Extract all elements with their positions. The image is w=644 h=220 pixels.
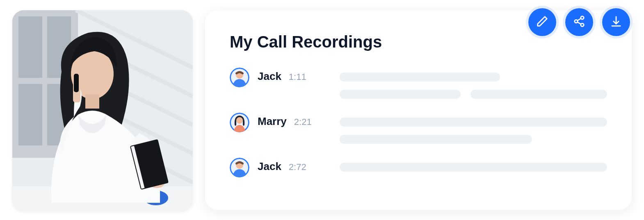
recording-transcript-placeholder (340, 113, 607, 144)
edit-button[interactable] (528, 8, 556, 36)
svg-point-27 (236, 117, 243, 124)
share-button[interactable] (565, 8, 593, 36)
recording-row[interactable]: Jack 2:72 (230, 158, 607, 177)
recording-time: 1:11 (289, 72, 306, 82)
recording-row[interactable]: Jack 1:11 (230, 68, 607, 99)
share-icon (573, 15, 585, 29)
recording-transcript-placeholder (340, 158, 607, 172)
recordings-panel: My Call Recordings Jack 1:11 (205, 10, 632, 210)
avatar (230, 113, 249, 132)
svg-rect-9 (18, 84, 42, 145)
svg-rect-18 (74, 74, 79, 92)
action-toolbar (528, 8, 630, 36)
recording-name: Marry (258, 115, 287, 128)
recording-name: Jack (258, 70, 281, 83)
pencil-icon (536, 15, 548, 29)
recording-transcript-placeholder (340, 68, 607, 99)
profile-photo (12, 10, 193, 211)
avatar (230, 158, 249, 177)
recording-row[interactable]: Marry 2:21 (230, 113, 607, 144)
recording-name: Jack (258, 160, 281, 173)
download-icon (610, 15, 622, 29)
svg-rect-16 (85, 94, 99, 109)
recording-time: 2:21 (294, 117, 312, 127)
svg-rect-7 (18, 16, 42, 78)
svg-line-35 (578, 22, 581, 24)
svg-line-34 (578, 18, 581, 20)
download-button[interactable] (602, 8, 630, 36)
avatar (230, 68, 249, 87)
recording-time: 2:72 (289, 162, 306, 172)
